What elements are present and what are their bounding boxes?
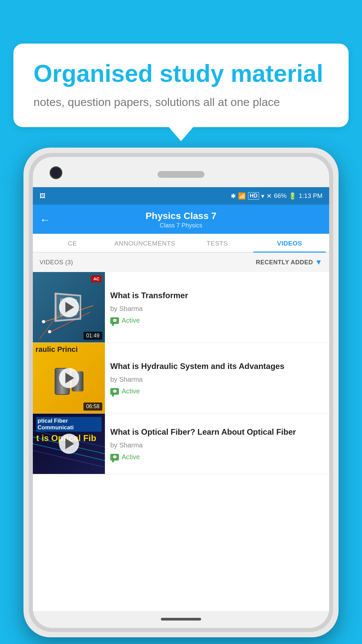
page-title: Physics Class 7 xyxy=(56,211,306,221)
wifi-icon: ▾ xyxy=(261,192,264,200)
video-item-1[interactable]: AC 01:49 What is Transformer by Sharma xyxy=(33,272,329,343)
sort-button[interactable]: RECENTLY ADDED ▼ xyxy=(256,258,322,267)
thumb-duration-2: 06:58 xyxy=(83,402,102,411)
video-info-1: What is Transformer by Sharma 💬 Active xyxy=(105,272,329,342)
phone-inner: 🖼 ✱ 📶 HD ▾ ✕ 66% 🔋 1:13 PM xyxy=(29,153,333,632)
phone-speaker xyxy=(158,171,204,178)
thumbnail-3: ptical Fiber Communicati t is Optical Fi… xyxy=(33,414,105,474)
time-display: 1:13 PM xyxy=(299,192,322,200)
video-list: AC 01:49 What is Transformer by Sharma xyxy=(33,272,329,474)
svg-point-3 xyxy=(42,320,45,323)
svg-point-2 xyxy=(48,330,51,333)
header-text: Physics Class 7 Class 7 Physics xyxy=(56,211,306,229)
battery-percent: 66% xyxy=(274,192,287,200)
phone-home-indicator xyxy=(161,618,201,621)
signal-icon: 📶 xyxy=(238,192,246,200)
battery-icon: 🔋 xyxy=(289,192,297,200)
thumbnail-2: raulic Princi 06:58 xyxy=(33,343,105,413)
phone-outer: 🖼 ✱ 📶 HD ▾ ✕ 66% 🔋 1:13 PM xyxy=(23,148,339,637)
video-info-3: What is Optical Fiber? Learn About Optic… xyxy=(105,414,329,474)
tab-announcements[interactable]: ANNOUNCEMENTS xyxy=(109,234,181,252)
play-button-1[interactable] xyxy=(59,297,79,317)
phone-body: 🖼 ✱ 📶 HD ▾ ✕ 66% 🔋 1:13 PM xyxy=(33,157,329,628)
video-author-1: by Sharma xyxy=(110,305,324,313)
status-label-3: Active xyxy=(122,453,140,461)
tab-videos[interactable]: VIDEOS xyxy=(253,234,326,252)
status-right: ✱ 📶 HD ▾ ✕ 66% 🔋 1:13 PM xyxy=(231,192,322,200)
tab-ce[interactable]: CE xyxy=(36,234,109,252)
thumbnail-1: AC 01:49 xyxy=(33,272,105,342)
filter-bar: VIDEOS (3) RECENTLY ADDED ▼ xyxy=(33,253,329,272)
promo-section: Organised study material notes, question… xyxy=(13,44,349,127)
status-label-1: Active xyxy=(122,317,140,324)
bluetooth-icon: ✱ xyxy=(231,192,236,200)
image-icon: 🖼 xyxy=(40,193,46,200)
video-item-3[interactable]: ptical Fiber Communicati t is Optical Fi… xyxy=(33,414,329,474)
video-count: VIDEOS (3) xyxy=(40,259,73,266)
promo-title: Organised study material xyxy=(34,60,328,87)
video-author-3: by Sharma xyxy=(110,441,324,449)
thumb-label-1: AC xyxy=(91,275,102,282)
tab-tests[interactable]: TESTS xyxy=(181,234,253,252)
chat-icon-3: 💬 xyxy=(110,454,119,461)
screen: 🖼 ✱ 📶 HD ▾ ✕ 66% 🔋 1:13 PM xyxy=(33,187,329,611)
play-button-2[interactable] xyxy=(59,368,79,388)
chat-icon-1: 💬 xyxy=(110,317,119,324)
status-bar: 🖼 ✱ 📶 HD ▾ ✕ 66% 🔋 1:13 PM xyxy=(33,187,329,205)
chevron-down-icon: ▼ xyxy=(315,258,322,267)
speech-bubble: Organised study material notes, question… xyxy=(13,44,349,127)
network-icon: ✕ xyxy=(266,192,272,200)
video-info-2: What is Hydraulic System and its Advanta… xyxy=(105,343,329,413)
phone-camera xyxy=(50,166,62,179)
thumb-duration-1: 01:49 xyxy=(83,332,102,340)
video-title-2: What is Hydraulic System and its Advanta… xyxy=(110,361,324,372)
play-button-3[interactable] xyxy=(59,434,79,454)
status-left: 🖼 xyxy=(40,193,46,200)
video-title-1: What is Transformer xyxy=(110,290,324,301)
back-button[interactable]: ← xyxy=(40,214,50,226)
video-item-2[interactable]: raulic Princi 06:58 xyxy=(33,343,329,414)
chat-icon-2: 💬 xyxy=(110,388,119,395)
video-status-2: 💬 Active xyxy=(110,387,324,395)
video-author-2: by Sharma xyxy=(110,376,324,383)
status-label-2: Active xyxy=(122,387,140,395)
promo-subtitle: notes, question papers, solutions all at… xyxy=(34,94,328,110)
app-header: ← Physics Class 7 Class 7 Physics xyxy=(33,205,329,234)
video-status-3: 💬 Active xyxy=(110,453,324,461)
sort-label: RECENTLY ADDED xyxy=(256,259,313,266)
breadcrumb: Class 7 Physics xyxy=(56,222,306,229)
hd-badge: HD xyxy=(248,192,259,200)
tab-bar: CE ANNOUNCEMENTS TESTS VIDEOS xyxy=(33,234,329,253)
phone-mockup: 🖼 ✱ 📶 HD ▾ ✕ 66% 🔋 1:13 PM xyxy=(23,148,339,637)
video-title-3: What is Optical Fiber? Learn About Optic… xyxy=(110,427,324,437)
thumb-overlay-text-2: raulic Princi xyxy=(33,343,105,356)
video-status-1: 💬 Active xyxy=(110,317,324,324)
